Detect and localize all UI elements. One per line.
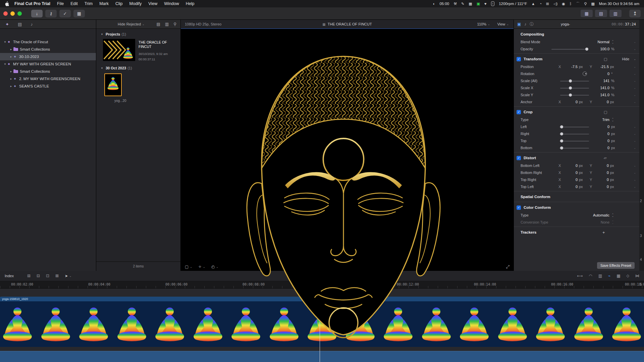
row-menu-chevron-icon[interactable]: ⌄ <box>634 47 636 50</box>
disclosure-icon[interactable]: ▸ <box>9 84 13 88</box>
insert-clip-icon[interactable]: ⊟ <box>37 274 40 278</box>
alert-icon[interactable]: ! <box>491 1 495 6</box>
share-button[interactable]: ↥ <box>629 10 641 17</box>
disclosure-icon[interactable]: ▾ <box>100 66 104 70</box>
clock-icon[interactable]: ◔ <box>539 2 542 6</box>
scale-x-slider[interactable] <box>560 88 589 88</box>
distort-tl-x-field[interactable]: 0 <box>560 185 578 189</box>
timeline-track-area[interactable]: yoga-159810_1920 <box>0 289 644 351</box>
menu-view[interactable]: View <box>148 1 157 6</box>
sidebar-item-greenscreen-library[interactable]: ▾ ✦ MY WAY WITH GREEN SCREEN <box>0 60 96 68</box>
position-y-field[interactable]: -21.5 <box>591 65 609 69</box>
filter-chevron-icon[interactable]: ⌄ <box>142 23 145 26</box>
menu-edit[interactable]: Edit <box>70 1 78 6</box>
crop-left-field[interactable]: 0 <box>592 125 609 129</box>
clip-thumbnail[interactable] <box>104 73 122 96</box>
close-window-button[interactable] <box>3 11 8 16</box>
row-menu-chevron-icon[interactable]: ⌄ <box>634 146 636 149</box>
color-conform-section-header[interactable]: ✓ Color Conform <box>514 203 639 212</box>
disclosure-icon[interactable]: ▸ <box>9 77 13 80</box>
blend-mode-select[interactable]: Normal <box>574 40 609 44</box>
stepper-icon[interactable]: ⌃⌄ <box>612 118 614 121</box>
zoom-dropdown[interactable]: 110% ⌄ <box>477 22 490 26</box>
background-tasks-button[interactable]: ✓ <box>59 10 71 17</box>
crop-section-header[interactable]: ✓ Crop ▢ <box>514 108 639 116</box>
audio-tab-icon[interactable]: ♪ <box>31 22 33 27</box>
distort-checkbox[interactable]: ✓ <box>517 156 521 160</box>
project-thumbnail[interactable] <box>103 39 135 61</box>
playhead[interactable] <box>320 297 320 362</box>
rotation-dial[interactable] <box>583 71 587 76</box>
disclosure-icon[interactable]: ▸ <box>9 55 13 58</box>
row-menu-chevron-icon[interactable]: ⌄ <box>634 164 636 167</box>
overwrite-clip-icon[interactable]: ⊠ <box>55 274 59 278</box>
libraries-tab-icon[interactable]: ✦ <box>5 22 9 27</box>
keyword-editor-button[interactable]: ⚷ <box>45 10 57 17</box>
distort-tr-y-field[interactable]: 0 <box>591 178 609 182</box>
timeline-toggle-button[interactable]: ▤ <box>595 10 607 17</box>
menu-clock[interactable]: Mon 30 Oct 9:34:56 am <box>599 2 639 6</box>
distort-tl-y-field[interactable]: 0 <box>591 185 609 189</box>
fullscreen-icon[interactable]: ⤢ <box>506 264 509 269</box>
viewer-canvas[interactable] <box>181 29 514 263</box>
row-menu-chevron-icon[interactable]: ⌄ <box>634 125 636 128</box>
pencil-icon[interactable]: ✎ <box>461 2 464 6</box>
row-menu-chevron-icon[interactable]: ⌄ <box>634 178 636 181</box>
event-section-header[interactable]: ▾ 30 Oct 2023 (1) <box>96 63 180 71</box>
display-icon[interactable]: ▣ <box>477 2 480 6</box>
hammer-icon[interactable]: ⚒ <box>453 2 457 6</box>
distort-section-header[interactable]: ✓ Distort ▱ <box>514 154 639 162</box>
transform-checkbox[interactable]: ✓ <box>517 57 521 61</box>
sidebar-item-smart-collections-2[interactable]: ▸ Smart Collections <box>0 68 96 75</box>
mountain-icon[interactable]: ▲ <box>531 2 535 6</box>
fan-status[interactable]: 1200rpm / 111°F <box>499 2 527 6</box>
audio-meters-icon[interactable]: ▦ <box>616 274 620 278</box>
project-item[interactable]: THE ORACLE OF FINCUT 30/10/2023, 9:32 am… <box>96 38 180 63</box>
anchor-x-field[interactable]: 0 <box>560 100 578 104</box>
distort-br-x-field[interactable]: 0 <box>560 171 578 175</box>
transform-section-header[interactable]: ✓ Transform ▢ Hide ⌄ <box>514 55 639 63</box>
menu-mark[interactable]: Mark <box>99 1 109 6</box>
row-menu-chevron-icon[interactable]: ⌄ <box>634 65 636 68</box>
sidebar-item-oracle-library[interactable]: ▾ ✦ The Oracle of Fincut <box>0 38 96 46</box>
save-effects-preset-button[interactable]: Save Effects Preset <box>597 262 635 269</box>
snapping-icon[interactable]: ⌁ <box>608 274 610 278</box>
tool-selector-dropdown[interactable]: ➤ ⌄ <box>65 274 71 278</box>
stepper-icon[interactable]: ⌃⌄ <box>612 40 614 44</box>
timeline-ruler[interactable]: 00:00:02:00 00:00:04:00 00:00:06:00 00:0… <box>0 281 644 289</box>
search-icon[interactable]: ⚲ <box>173 22 176 26</box>
disclosure-icon[interactable]: ▾ <box>3 62 7 66</box>
crop-left-slider[interactable] <box>559 127 589 127</box>
trackers-section-header[interactable]: Trackers + <box>514 228 639 236</box>
stack-icon[interactable]: ⊞ <box>546 2 549 6</box>
distort-bl-x-field[interactable]: 0 <box>560 164 578 168</box>
control-center-icon[interactable]: ▩ <box>591 2 594 6</box>
list-view-icon[interactable]: ▥ <box>165 22 169 26</box>
media-tab-icon[interactable]: ▤ <box>18 22 22 27</box>
crop-type-select[interactable]: Trim <box>574 118 609 122</box>
distort-br-y-field[interactable]: 0 <box>591 171 609 175</box>
menu-trim[interactable]: Trim <box>85 1 93 6</box>
browser-toggle-button[interactable]: ▦ <box>581 10 593 17</box>
compositing-section-header[interactable]: Compositing <box>514 30 639 38</box>
heart-icon[interactable]: ♥ <box>484 2 487 6</box>
distort-bl-y-field[interactable]: 0 <box>591 164 609 168</box>
index-button[interactable]: Index <box>5 274 14 278</box>
crop-checkbox[interactable]: ✓ <box>517 110 521 114</box>
bluetooth-icon[interactable]: ᛒ <box>570 2 572 6</box>
app-name[interactable]: Final Cut Pro Trial <box>14 1 50 6</box>
scale-all-slider[interactable] <box>560 81 589 81</box>
user-icon[interactable]: ◉ <box>562 2 565 6</box>
row-menu-chevron-icon[interactable]: ⌄ <box>634 40 636 43</box>
row-menu-chevron-icon[interactable]: ⌄ <box>634 132 636 135</box>
crop-bottom-slider[interactable] <box>559 148 589 148</box>
row-menu-chevron-icon[interactable]: ⌄ <box>634 139 636 142</box>
menu-modify[interactable]: Modify <box>129 1 142 6</box>
volume-icon[interactable]: ◁) <box>553 2 557 6</box>
row-menu-chevron-icon[interactable]: ⌄ <box>634 72 636 75</box>
distort-controls-icon[interactable]: ▱ <box>604 156 606 160</box>
menu-help[interactable]: Help <box>186 1 195 6</box>
transform-tool-dropdown[interactable]: ▢ ⌄ <box>185 264 192 269</box>
filter-dropdown[interactable]: Hide Rejected <box>118 22 141 26</box>
opacity-slider[interactable] <box>551 49 588 50</box>
